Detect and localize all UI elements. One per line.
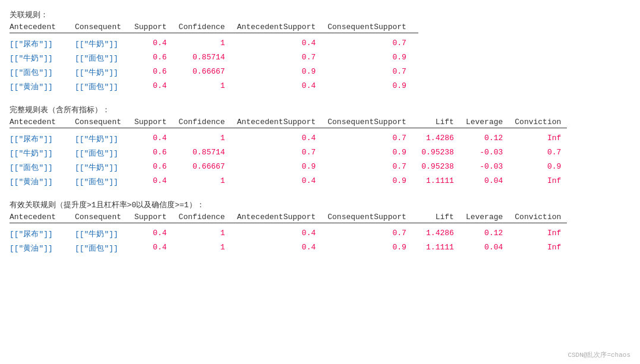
cell-lift: 0.95238 <box>418 146 466 160</box>
h2-consequent: Consequent <box>75 116 134 128</box>
cell-support: 0.4 <box>134 37 179 51</box>
table-row: [["牛奶"]] [["面包"]] 0.6 0.85714 0.7 0.9 0.… <box>10 146 567 160</box>
cell-lift: 1.1111 <box>418 241 466 255</box>
cell-leverage: 0.12 <box>466 132 515 146</box>
h2-antecedent: Antecedent <box>10 116 75 128</box>
cell-support: 0.4 <box>134 80 179 94</box>
cell-conviction: 0.7 <box>515 146 567 160</box>
h3-consup: ConsequentSupport <box>327 211 418 223</box>
cell-antecedent: [["牛奶"]] <box>10 146 75 160</box>
cell-consequent: [["牛奶"]] <box>75 65 134 80</box>
cell-support: 0.4 <box>134 227 179 241</box>
cell-conviction: Inf <box>515 227 567 241</box>
h3-antsup: AntecedentSupport <box>237 211 328 223</box>
cell-lift: 1.4286 <box>418 227 466 241</box>
cell-confidence: 1 <box>179 175 237 189</box>
cell-consup: 0.7 <box>327 132 418 146</box>
cell-consequent: [["面包"]] <box>75 175 134 189</box>
section3-table: Antecedent Consequent Support Confidence… <box>10 211 567 255</box>
cell-lift: 0.95238 <box>418 160 466 175</box>
cell-support: 0.4 <box>134 175 179 189</box>
cell-consup: 0.9 <box>327 80 418 94</box>
cell-antecedent: [["黄油"]] <box>10 80 75 94</box>
cell-support: 0.6 <box>134 51 179 65</box>
cell-support: 0.6 <box>134 160 179 175</box>
table-row: [["牛奶"]] [["面包"]] 0.6 0.85714 0.7 0.9 <box>10 51 418 65</box>
h1-support: Support <box>134 21 179 33</box>
section3-wrap: 有效关联规则（提升度>1且杠杆率>0以及确信度>=1）： Antecedent … <box>10 200 630 255</box>
cell-antecedent: [["尿布"]] <box>10 227 75 241</box>
cell-consup: 0.9 <box>327 146 418 160</box>
cell-confidence: 1 <box>179 132 237 146</box>
cell-antsup: 0.7 <box>237 146 328 160</box>
watermark: CSDN@乱次序=chaos <box>568 350 630 359</box>
cell-confidence: 0.66667 <box>179 160 237 175</box>
h1-consequent: Consequent <box>75 21 134 33</box>
cell-antsup: 0.9 <box>237 65 328 80</box>
cell-antsup: 0.4 <box>237 80 328 94</box>
section2-header-row: Antecedent Consequent Support Confidence… <box>10 116 567 128</box>
table-row: [["黄油"]] [["面包"]] 0.4 1 0.4 0.9 1.1111 0… <box>10 241 567 255</box>
cell-confidence: 1 <box>179 241 237 255</box>
cell-consup: 0.7 <box>327 160 418 175</box>
cell-consequent: [["面包"]] <box>75 241 134 255</box>
cell-leverage: 0.04 <box>466 175 515 189</box>
cell-antsup: 0.4 <box>237 227 328 241</box>
cell-consup: 0.9 <box>327 51 418 65</box>
cell-antecedent: [["尿布"]] <box>10 37 75 51</box>
cell-support: 0.4 <box>134 132 179 146</box>
h3-lift: Lift <box>418 211 466 223</box>
section1-wrap: 关联规则： Antecedent Consequent Support Conf… <box>10 10 630 94</box>
cell-consup: 0.7 <box>327 65 418 80</box>
cell-consequent: [["面包"]] <box>75 51 134 65</box>
cell-antecedent: [["面包"]] <box>10 65 75 80</box>
cell-antsup: 0.4 <box>237 241 328 255</box>
cell-consequent: [["面包"]] <box>75 146 134 160</box>
cell-conviction: Inf <box>515 132 567 146</box>
cell-conviction: Inf <box>515 175 567 189</box>
section3-body: [["尿布"]] [["牛奶"]] 0.4 1 0.4 0.7 1.4286 0… <box>10 227 567 255</box>
cell-antecedent: [["牛奶"]] <box>10 51 75 65</box>
h1-antsup: AntecedentSupport <box>237 21 328 33</box>
cell-conviction: 0.9 <box>515 160 567 175</box>
cell-antecedent: [["面包"]] <box>10 160 75 175</box>
cell-consup: 0.7 <box>327 227 418 241</box>
table-row: [["尿布"]] [["牛奶"]] 0.4 1 0.4 0.7 1.4286 0… <box>10 227 567 241</box>
h1-consup: ConsequentSupport <box>327 21 418 33</box>
section1-body: [["尿布"]] [["牛奶"]] 0.4 1 0.4 0.7 [["牛奶"]]… <box>10 37 418 94</box>
cell-confidence: 1 <box>179 227 237 241</box>
h3-leverage: Leverage <box>466 211 515 223</box>
table-row: [["黄油"]] [["面包"]] 0.4 1 0.4 0.9 <box>10 80 418 94</box>
table-row: [["面包"]] [["牛奶"]] 0.6 0.66667 0.9 0.7 0.… <box>10 160 567 175</box>
h1-confidence: Confidence <box>179 21 237 33</box>
cell-support: 0.6 <box>134 65 179 80</box>
cell-support: 0.6 <box>134 146 179 160</box>
cell-lift: 1.1111 <box>418 175 466 189</box>
section3-title: 有效关联规则（提升度>1且杠杆率>0以及确信度>=1）： <box>10 200 630 210</box>
h2-consup: ConsequentSupport <box>327 116 418 128</box>
cell-leverage: 0.12 <box>466 227 515 241</box>
cell-support: 0.4 <box>134 241 179 255</box>
h1-antecedent: Antecedent <box>10 21 75 33</box>
cell-consup: 0.9 <box>327 175 418 189</box>
table-row: [["面包"]] [["牛奶"]] 0.6 0.66667 0.9 0.7 <box>10 65 418 80</box>
cell-antecedent: [["尿布"]] <box>10 132 75 146</box>
cell-leverage: -0.03 <box>466 146 515 160</box>
cell-antecedent: [["黄油"]] <box>10 175 75 189</box>
h2-confidence: Confidence <box>179 116 237 128</box>
section2-body: [["尿布"]] [["牛奶"]] 0.4 1 0.4 0.7 1.4286 0… <box>10 132 567 189</box>
section1-title: 关联规则： <box>10 10 630 20</box>
cell-consequent: [["牛奶"]] <box>75 37 134 51</box>
cell-antsup: 0.4 <box>237 132 328 146</box>
section2-title: 完整规则表（含所有指标）： <box>10 105 630 115</box>
cell-antsup: 0.4 <box>237 175 328 189</box>
cell-confidence: 0.66667 <box>179 65 237 80</box>
table-row: [["尿布"]] [["牛奶"]] 0.4 1 0.4 0.7 1.4286 0… <box>10 132 567 146</box>
h3-support: Support <box>134 211 179 223</box>
cell-antsup: 0.4 <box>237 37 328 51</box>
h2-lift: Lift <box>418 116 466 128</box>
cell-confidence: 1 <box>179 80 237 94</box>
cell-antecedent: [["黄油"]] <box>10 241 75 255</box>
cell-confidence: 0.85714 <box>179 51 237 65</box>
cell-leverage: -0.03 <box>466 160 515 175</box>
